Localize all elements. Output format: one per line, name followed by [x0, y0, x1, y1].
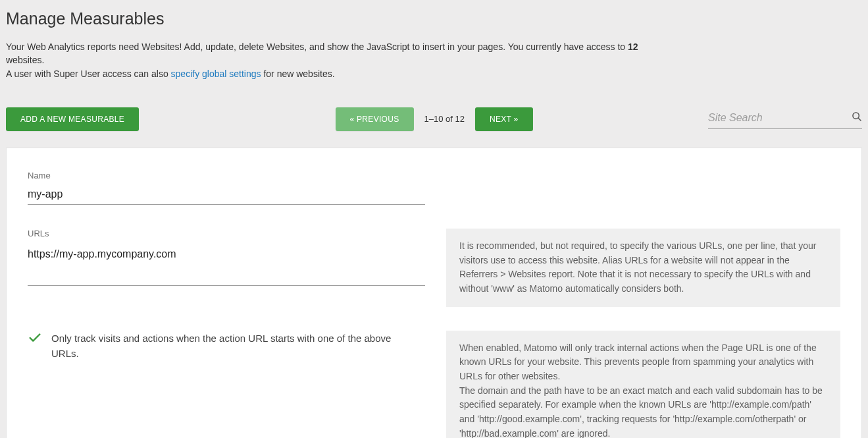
page-title: Manage Measurables [6, 0, 862, 40]
intro-post: websites. [6, 55, 44, 65]
intro-text: Your Web Analytics reports need Websites… [6, 40, 664, 107]
urls-input[interactable] [28, 244, 425, 286]
page-position: 1–10 of 12 [424, 114, 464, 124]
checkmark-icon[interactable] [28, 331, 42, 348]
site-search-input[interactable] [708, 112, 845, 124]
intro-pre: Your Web Analytics reports need Websites… [6, 41, 628, 52]
urls-label: URLs [28, 229, 425, 238]
pager: « PREVIOUS 1–10 of 12 NEXT » [335, 107, 532, 131]
add-measurable-button[interactable]: ADD A NEW MEASURABLE [6, 107, 139, 131]
search-icon[interactable] [852, 111, 862, 124]
global-settings-link[interactable]: specify global settings [171, 68, 261, 79]
next-button[interactable]: NEXT » [475, 107, 533, 131]
measurable-card: Name URLs It is recommended, but not req… [6, 148, 862, 438]
only-track-label[interactable]: Only track visits and actions when the a… [51, 331, 420, 362]
svg-line-1 [858, 118, 861, 121]
urls-hint: It is recommended, but not required, to … [446, 229, 840, 307]
intro-line2-pre: A user with Super User access can also [6, 68, 171, 79]
site-search[interactable] [708, 109, 862, 129]
name-label: Name [28, 171, 425, 180]
only-track-hint: When enabled, Matomo will only track int… [446, 331, 840, 438]
name-input[interactable] [28, 186, 425, 205]
website-count: 12 [628, 41, 638, 52]
intro-line2-post: for new websites. [261, 68, 335, 79]
previous-button[interactable]: « PREVIOUS [335, 107, 413, 131]
